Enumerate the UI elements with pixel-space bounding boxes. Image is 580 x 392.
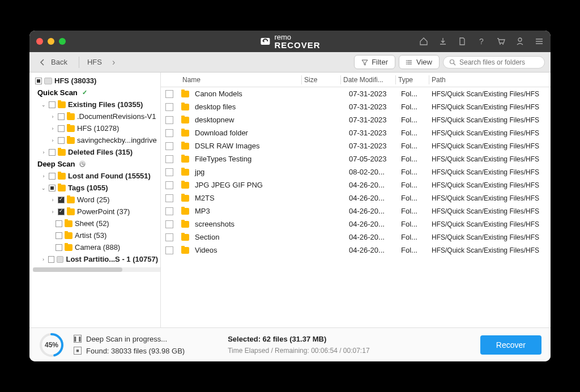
sidebar-word[interactable]: › Word (25) — [33, 194, 160, 206]
expand-toggle[interactable]: › — [50, 126, 56, 131]
close-button[interactable] — [36, 38, 43, 45]
table-row[interactable]: JPG JPEG GIF PNG 04-26-20... Fol... HFS/… — [161, 178, 551, 191]
file-path: HFS/Quick Scan/Existing Files/HFS — [432, 220, 551, 228]
stop-button[interactable]: ■ — [74, 347, 82, 355]
pause-button[interactable]: ❚❚ — [74, 335, 82, 343]
sidebar-saving[interactable]: › savingcheckby...ingdrive — [33, 134, 160, 146]
expand-toggle[interactable]: › — [41, 173, 46, 179]
sidebar-lost-found[interactable]: › Lost and Found (15551) — [33, 170, 160, 182]
checkbox[interactable] — [165, 142, 173, 150]
brand-line2: RECOVER — [274, 41, 320, 49]
sidebar-tags[interactable]: ⌄ Tags (1055) — [33, 182, 160, 194]
expand-toggle[interactable]: › — [50, 114, 56, 120]
table-row[interactable]: jpg 08-02-20... Fol... HFS/Quick Scan/Ex… — [161, 165, 551, 178]
checkbox[interactable] — [165, 103, 173, 111]
expand-toggle[interactable]: › — [41, 150, 46, 155]
checkbox[interactable] — [49, 101, 56, 108]
checkbox[interactable] — [48, 256, 54, 263]
maximize-button[interactable] — [59, 38, 66, 45]
checkbox[interactable] — [56, 244, 62, 251]
checkbox[interactable] — [165, 116, 173, 124]
checkbox[interactable] — [165, 220, 173, 228]
table-row[interactable]: DSLR RAW Images 07-31-2023 Fol... HFS/Qu… — [161, 139, 551, 152]
download-icon[interactable] — [438, 37, 447, 46]
table-row[interactable]: Canon Models 07-31-2023 Fol... HFS/Quick… — [161, 87, 551, 100]
sidebar-docrev[interactable]: › .DocumentRevisions-V1 — [33, 110, 160, 122]
col-size[interactable]: Size — [304, 76, 338, 84]
recover-button[interactable]: Recover — [480, 335, 541, 355]
expand-toggle[interactable]: ⌄ — [41, 185, 46, 191]
table-row[interactable]: Section 04-26-20... Fol... HFS/Quick Sca… — [161, 231, 551, 244]
expand-toggle[interactable]: › — [41, 257, 46, 262]
col-date[interactable]: Date Modifi... — [343, 76, 393, 84]
table-row[interactable]: M2TS 04-26-20... Fol... HFS/Quick Scan/E… — [161, 191, 551, 204]
folder-icon — [65, 232, 72, 239]
checkbox[interactable] — [35, 78, 42, 84]
sidebar-hfs[interactable]: › HFS (10278) — [33, 122, 160, 134]
checkbox[interactable] — [165, 194, 173, 202]
expand-toggle[interactable]: ⌄ — [41, 102, 46, 108]
checkbox[interactable] — [56, 220, 62, 227]
folder-icon — [181, 195, 189, 202]
checkbox[interactable] — [165, 155, 173, 163]
col-type[interactable]: Type — [398, 76, 427, 84]
col-name[interactable]: Name — [182, 76, 299, 84]
table-row[interactable]: desktopnew 07-31-2023 Fol... HFS/Quick S… — [161, 113, 551, 126]
checkbox[interactable] — [58, 137, 65, 144]
table-row[interactable]: desktop files 07-31-2023 Fol... HFS/Quic… — [161, 100, 551, 113]
view-button[interactable]: View — [399, 55, 440, 69]
checkbox[interactable] — [58, 125, 65, 132]
checkbox[interactable] — [58, 208, 65, 215]
checkbox[interactable] — [49, 149, 56, 156]
sidebar-lost-partition[interactable]: › Lost Partitio...S - 1 (10757) — [33, 253, 160, 265]
horizontal-scrollbar[interactable] — [33, 267, 160, 272]
label: Deleted Files (315) — [68, 148, 133, 156]
file-path: HFS/Quick Scan/Existing Files/HFS — [432, 168, 551, 176]
expand-toggle[interactable]: › — [50, 209, 56, 215]
user-icon[interactable] — [515, 37, 524, 46]
checkbox[interactable] — [165, 233, 173, 241]
menu-icon[interactable] — [535, 37, 544, 46]
home-icon[interactable] — [419, 37, 428, 46]
document-icon[interactable] — [458, 37, 467, 46]
sidebar-camera[interactable]: Camera (888) — [33, 241, 160, 253]
quick-scan-section[interactable]: Quick Scan ✓ — [33, 87, 160, 99]
help-icon[interactable]: ? — [477, 37, 486, 46]
sidebar-artist[interactable]: Artist (53) — [33, 229, 160, 241]
deep-scan-section[interactable]: Deep Scan ◷ — [33, 158, 160, 170]
table-row[interactable]: FileTypes Testing 07-05-2023 Fol... HFS/… — [161, 152, 551, 165]
col-path[interactable]: Path — [432, 76, 551, 84]
checkbox[interactable] — [58, 113, 65, 120]
table-row[interactable]: MP3 04-26-20... Fol... HFS/Quick Scan/Ex… — [161, 204, 551, 218]
cart-icon[interactable] — [496, 37, 505, 46]
checkbox[interactable] — [49, 173, 56, 180]
sidebar-sheet[interactable]: Sheet (52) — [33, 218, 160, 229]
checkbox[interactable] — [58, 197, 65, 203]
expand-toggle[interactable]: › — [50, 138, 56, 143]
checkbox[interactable] — [165, 168, 173, 176]
minimize-button[interactable] — [48, 38, 54, 45]
check-icon: ✓ — [82, 89, 87, 96]
breadcrumb[interactable]: HFS — [87, 58, 102, 66]
file-name: Videos — [195, 246, 315, 254]
checkbox[interactable] — [165, 207, 173, 215]
sidebar-existing-files[interactable]: ⌄ Existing Files (10355) — [33, 99, 160, 110]
expand-toggle[interactable]: › — [50, 197, 56, 203]
filter-button[interactable]: Filter — [354, 55, 395, 69]
checkbox[interactable] — [165, 181, 173, 189]
sidebar-root[interactable]: HFS (38033) — [33, 75, 160, 87]
checkbox[interactable] — [165, 246, 173, 254]
back-button[interactable]: Back — [35, 57, 71, 67]
toolbar: Back HFS › Filter View — [29, 52, 551, 73]
checkbox[interactable] — [56, 232, 62, 239]
checkbox[interactable] — [49, 185, 56, 191]
search-input[interactable] — [459, 58, 539, 66]
sidebar-powerpoint[interactable]: › PowerPoint (37) — [33, 206, 160, 218]
search-box[interactable] — [443, 56, 545, 69]
checkbox[interactable] — [165, 129, 173, 137]
table-row[interactable]: Videos 04-26-20... Fol... HFS/Quick Scan… — [161, 244, 551, 257]
checkbox[interactable] — [165, 90, 173, 98]
sidebar-deleted-files[interactable]: › Deleted Files (315) — [33, 146, 160, 158]
table-row[interactable]: Download folder 07-31-2023 Fol... HFS/Qu… — [161, 126, 551, 139]
table-row[interactable]: screenshots 04-26-20... Fol... HFS/Quick… — [161, 218, 551, 231]
